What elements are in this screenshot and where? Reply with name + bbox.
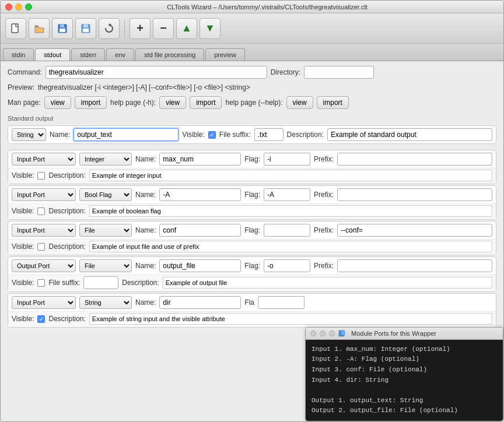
svg-rect-7 bbox=[83, 29, 89, 32]
port-4-type-select[interactable]: Input Port bbox=[12, 296, 76, 309]
port-2-visible-checkbox[interactable] bbox=[37, 243, 45, 251]
port-0-name-input[interactable] bbox=[159, 153, 241, 166]
command-row: Command: Directory: bbox=[8, 66, 496, 79]
port-3-filesuffix-input[interactable] bbox=[83, 276, 118, 289]
new-button[interactable] bbox=[5, 18, 26, 39]
manpage-import-button[interactable]: import bbox=[75, 96, 107, 109]
port-1-visible-checkbox[interactable] bbox=[37, 208, 45, 215]
manpage-view-button[interactable]: view bbox=[44, 96, 71, 109]
svg-rect-0 bbox=[12, 24, 18, 33]
overlay-titlebar: Module Ports for this Wrapper bbox=[306, 328, 503, 340]
port-4-data-select[interactable]: String bbox=[79, 296, 132, 309]
preview-value: thegreatvisualizer [-i <integer>] [-A] [… bbox=[38, 83, 250, 92]
port-3-type-select[interactable]: Output Port bbox=[12, 259, 76, 272]
port-1-prefix-input[interactable] bbox=[337, 188, 492, 201]
manpage-label: Man page: bbox=[8, 99, 41, 107]
port-1-desc-input[interactable] bbox=[89, 205, 492, 217]
help-h-import-button[interactable]: import bbox=[190, 96, 222, 109]
overlay-title: Module Ports for this Wrapper bbox=[351, 330, 436, 337]
tab-preview[interactable]: preview bbox=[205, 48, 245, 61]
port-1-data-select[interactable]: Bool Flag bbox=[79, 188, 132, 201]
svg-rect-4 bbox=[64, 24, 65, 26]
port-2-prefix-input[interactable] bbox=[337, 224, 492, 237]
port-1-type-select[interactable]: Input Port bbox=[12, 188, 76, 201]
port-3-visible-checkbox[interactable] bbox=[37, 279, 45, 287]
open-button[interactable] bbox=[29, 18, 50, 39]
close-button[interactable] bbox=[5, 3, 12, 10]
minimize-button[interactable] bbox=[15, 3, 22, 10]
tab-std-file-processing[interactable]: std file processing bbox=[135, 48, 204, 61]
port-3-name-input[interactable] bbox=[159, 259, 241, 272]
help-h-label: help page (-h): bbox=[110, 99, 156, 107]
stdout-desc-input[interactable] bbox=[327, 128, 492, 141]
port-4-visible-checkbox[interactable]: ✓ bbox=[37, 315, 45, 323]
port-row-0: Input Port Integer Name: Flag: Prefix: V… bbox=[8, 150, 496, 184]
tab-stdin[interactable]: stdin bbox=[3, 48, 34, 61]
port-3-data-select[interactable]: File bbox=[79, 259, 132, 272]
port-3-desc-input[interactable] bbox=[163, 277, 492, 289]
svg-rect-6 bbox=[83, 24, 88, 27]
overlay-content: Input 1. max_num: Integer (optional) Inp… bbox=[306, 340, 503, 421]
port-0-data-select[interactable]: Integer bbox=[79, 153, 132, 166]
stdout-filesuffix-input[interactable] bbox=[254, 128, 284, 141]
main-window: CLTools Wizard – /Users/tommy/.vistrails… bbox=[0, 0, 504, 422]
help-help-view-button[interactable]: view bbox=[286, 96, 313, 109]
manpage-row: Man page: view import help page (-h): vi… bbox=[8, 96, 496, 109]
command-input[interactable] bbox=[46, 66, 267, 79]
toolbar: + − ▲ ▼ bbox=[1, 13, 503, 44]
port-0-flag-input[interactable] bbox=[264, 153, 310, 166]
save-button[interactable] bbox=[75, 18, 96, 39]
add-button[interactable]: + bbox=[130, 18, 150, 39]
port-0-visible-checkbox[interactable] bbox=[37, 172, 45, 180]
svg-rect-10 bbox=[341, 330, 345, 335]
preview-label: Preview: bbox=[8, 83, 34, 92]
stdout-port-row: String Name: Visible: ✓ File suffix: Des… bbox=[8, 125, 496, 144]
remove-button[interactable]: − bbox=[153, 18, 174, 39]
port-4-flag-input[interactable] bbox=[258, 296, 304, 309]
port-0-desc-input[interactable] bbox=[89, 170, 492, 181]
stdout-type-select[interactable]: String bbox=[12, 128, 46, 141]
port-3-prefix-input[interactable] bbox=[337, 259, 492, 272]
help-help-import-button[interactable]: import bbox=[317, 96, 349, 109]
maximize-button[interactable] bbox=[25, 3, 32, 10]
stdout-port-main: String Name: Visible: ✓ File suffix: Des… bbox=[8, 126, 496, 143]
port-1-name-input[interactable] bbox=[159, 188, 241, 201]
help-h-view-button[interactable]: view bbox=[159, 96, 186, 109]
svg-rect-2 bbox=[60, 24, 65, 27]
port-0-prefix-input[interactable] bbox=[337, 153, 492, 166]
module-port-line-4: Output 1. output_text: String bbox=[312, 396, 497, 406]
directory-label: Directory: bbox=[271, 68, 300, 76]
stdout-section-header: Standard output bbox=[8, 114, 496, 123]
port-2-data-select[interactable]: File bbox=[79, 224, 132, 237]
port-row-3: Output Port File Name: Flag: Prefix: Vis… bbox=[8, 256, 496, 292]
overlay-max-button[interactable] bbox=[329, 330, 335, 336]
window-title: CLTools Wizard – /Users/tommy/.vistrails… bbox=[36, 3, 499, 10]
stdout-name-input[interactable] bbox=[74, 128, 178, 141]
tab-stdout[interactable]: stdout bbox=[35, 48, 70, 61]
overlay-close-button[interactable] bbox=[310, 330, 316, 336]
port-row-2: Input Port File Name: Flag: Prefix: Visi… bbox=[8, 221, 496, 255]
refresh-button[interactable] bbox=[99, 18, 120, 39]
port-2-desc-input[interactable] bbox=[89, 241, 492, 252]
module-port-line-2: Input 3. conf: File (optional) bbox=[312, 365, 497, 375]
directory-input[interactable] bbox=[304, 66, 374, 79]
overlay-min-button[interactable] bbox=[320, 330, 326, 336]
stdout-visible-label: Visible: bbox=[182, 131, 204, 139]
module-port-line-3: Input 4. dir: String bbox=[312, 375, 497, 386]
tab-env[interactable]: env bbox=[106, 48, 134, 61]
port-2-name-input[interactable] bbox=[159, 224, 241, 237]
port-4-desc-input[interactable] bbox=[89, 313, 492, 325]
port-0-type-select[interactable]: Input Port bbox=[12, 153, 76, 166]
stdout-visible-checkbox[interactable]: ✓ bbox=[208, 131, 216, 139]
port-4-name-input[interactable] bbox=[159, 296, 241, 309]
down-button[interactable]: ▼ bbox=[200, 18, 220, 39]
port-2-flag-input[interactable] bbox=[264, 224, 310, 237]
up-button[interactable]: ▲ bbox=[176, 18, 197, 39]
titlebar: CLTools Wizard – /Users/tommy/.vistrails… bbox=[1, 1, 503, 13]
port-2-type-select[interactable]: Input Port bbox=[12, 224, 76, 237]
save-as-button[interactable] bbox=[52, 18, 73, 39]
module-port-line-1: Input 2. -A: Flag (optional) bbox=[312, 354, 497, 365]
port-3-flag-input[interactable] bbox=[264, 259, 310, 272]
tab-stderr[interactable]: stderr bbox=[71, 48, 105, 61]
port-1-flag-input[interactable] bbox=[264, 188, 310, 201]
